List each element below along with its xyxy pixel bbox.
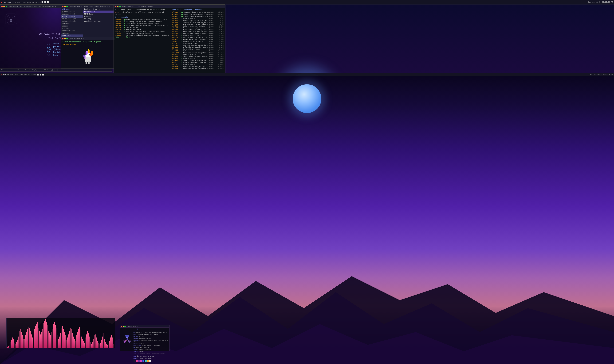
maximize-button[interactable] bbox=[6, 6, 7, 7]
neofetch-maximize[interactable] bbox=[125, 326, 126, 327]
viz-bar bbox=[47, 325, 47, 348]
neofetch-minimize[interactable] bbox=[123, 326, 124, 327]
neofetch-close[interactable] bbox=[121, 326, 122, 327]
commit-time: 6 days bbox=[216, 25, 224, 27]
theme-item-aldhope[interactable]: ald-hope bbox=[61, 8, 83, 11]
table-row: 6c9fee0 • Transitioned to flatpak obs fo… bbox=[172, 60, 224, 62]
viz-bar bbox=[66, 338, 66, 348]
viz-bar bbox=[105, 342, 106, 348]
cursor-indicator: ▋ bbox=[115, 38, 170, 40]
neofetch-packages: Packages: 1583 (nix-system), 2782 (nix-u… bbox=[134, 339, 169, 343]
file-item-readme[interactable]: README.md bbox=[83, 13, 115, 15]
theme-item-twilight[interactable]: twilight bbox=[61, 32, 83, 35]
table-row: TODOs (14)_ bbox=[115, 36, 170, 38]
pokemon-close[interactable] bbox=[62, 38, 63, 39]
theme-item-selenized-dark1[interactable]: selenized-dark bbox=[61, 13, 83, 15]
viz-bar bbox=[88, 333, 89, 348]
bottom-topbar-datetime: Sat 2023-11-04 02:13:20 PM bbox=[590, 74, 613, 76]
file-item-reorg[interactable]: RE-.org bbox=[83, 18, 115, 20]
file-item-bg256[interactable]: background256.txt bbox=[83, 8, 115, 11]
file-item-license[interactable]: LICENSE bbox=[83, 15, 115, 18]
commit-message: Updated system bbox=[183, 64, 209, 65]
minimize-button[interactable] bbox=[3, 6, 5, 7]
viz-bar bbox=[16, 342, 17, 348]
git-recent-commits-label: Recent commits bbox=[115, 16, 170, 18]
topbar-right: Sat 2023-11-04 02:13:20 PM bbox=[586, 1, 614, 3]
viz-bar bbox=[40, 335, 41, 348]
table-row: f70946e • Fix for nix parser on install.… bbox=[172, 33, 224, 35]
commit-message: Trying some new power optimizations! bbox=[183, 56, 209, 58]
commit-hash: 4460f30 bbox=[115, 23, 124, 25]
viz-bar bbox=[33, 335, 33, 348]
commit-author: Emmet bbox=[209, 50, 216, 52]
theme-close-button[interactable] bbox=[62, 6, 63, 7]
table-row: 5af93d2 • Fixes flake not building when … bbox=[172, 20, 224, 21]
bottom-topbar: ▶ Youtube 100%▸ 59% ↑ 10% 100% 18 1% 11%… bbox=[0, 73, 614, 76]
bottom-bg: emmet@snowfire: ~ bbox=[0, 76, 614, 364]
viz-bar bbox=[101, 339, 102, 348]
pokemon-sprite-container bbox=[62, 46, 114, 68]
table-row: 3774c0c • Extra lines to ensure flakes w… bbox=[172, 24, 224, 25]
theme-item-selenized-light1[interactable]: selenized-light bbox=[61, 18, 83, 20]
table-row: 3d37304 • Fixes youtube hyprprofile Emme… bbox=[172, 66, 224, 67]
commit-hash: a265a60 bbox=[172, 27, 181, 29]
commit-time: 8 minutes bbox=[216, 13, 224, 15]
git-title-text: emmet@snowfire: ~/.dotfiles — Emacs bbox=[122, 6, 153, 7]
commit-hash: 8f5c130 bbox=[172, 31, 181, 33]
viz-bar bbox=[44, 321, 45, 348]
qute-statusbar: file:///home/emmet/.browser/Tech/config/… bbox=[0, 68, 112, 71]
viz-bar bbox=[102, 337, 103, 348]
theme-item-gruvbox[interactable]: gruvbox256.txt bbox=[61, 11, 83, 13]
file-item-yaml[interactable]: uwunicorn-yt.yaml bbox=[83, 20, 115, 23]
theme-item-tomorrow[interactable]: tomorrow-night bbox=[61, 30, 83, 32]
pokemon-minimize[interactable] bbox=[64, 38, 66, 39]
viz-bar bbox=[24, 341, 24, 348]
theme-item-uwunicorn[interactable]: uwunicorn bbox=[61, 35, 83, 37]
theme-item-selenized-dark2[interactable]: selenized-dark bbox=[61, 15, 83, 18]
viz-bar bbox=[98, 343, 98, 348]
viz-bar bbox=[31, 335, 32, 348]
git-minimize[interactable] bbox=[117, 6, 118, 7]
git-close[interactable] bbox=[115, 6, 116, 7]
neofetch-gpu: GPU: AMD ATI Radeon RX 6800M bbox=[134, 356, 169, 358]
viz-bar bbox=[84, 343, 84, 348]
close-button[interactable] bbox=[1, 6, 3, 7]
table-row: cefa230 • Updated uwunicorn theme Emmet … bbox=[172, 50, 224, 52]
table-row: 5f973d2 • Testing if auto-cpufreq is sys… bbox=[115, 31, 170, 32]
git-merge-label: Merge: gitea/main Fixed all screenshots … bbox=[115, 12, 170, 15]
commit-time: 1 day bbox=[216, 20, 224, 21]
table-row: 8700c8d • Fixes flake not building when … bbox=[115, 25, 170, 26]
commit-message: Fixes flake not building when flake.nix … bbox=[126, 25, 170, 26]
pokemon-title-text: emmet@snowfire: ~ bbox=[70, 38, 84, 39]
commit-hash: 3d37304 bbox=[172, 66, 181, 67]
table-row: 4f9c8fe ⬤ Ranger dnd optimization + qb f… bbox=[172, 13, 224, 15]
theme-maximize-button[interactable] bbox=[66, 6, 68, 7]
file-item-polarity[interactable]: polarity.txt bbox=[83, 11, 115, 13]
commit-hash: df4eeeb bbox=[172, 48, 181, 50]
viz-bar bbox=[19, 331, 20, 348]
commit-message: Getting rid of some electron pkgs bbox=[183, 37, 209, 39]
theme-item-gtkdark[interactable]: gtk+-dark bbox=[61, 27, 83, 30]
commit-message: 3d printing is cool bbox=[183, 48, 209, 50]
commit-time: 1 week bbox=[216, 46, 224, 48]
top-statusbar: ▶ Youtube 100%▸ 59% ↑ 10% 100% 18 1% 11%… bbox=[0, 0, 614, 4]
theme-item-selenized-light2[interactable]: selenized-light bbox=[61, 20, 83, 23]
neofetch-theme-val: Theme: adw-gtk3 [GTK2/3] bbox=[134, 349, 169, 351]
viz-bar bbox=[55, 325, 56, 348]
theme-item-ubuntu[interactable]: ubuntu bbox=[61, 25, 83, 27]
commit-author: Emmet bbox=[209, 13, 216, 15]
viz-bar bbox=[81, 333, 81, 348]
commit-message: Added magit-todos bbox=[183, 43, 209, 44]
neofetch-uptime: Uptime: 39 hours, 39 mins bbox=[134, 338, 169, 339]
commit-hash: e1c7253 bbox=[172, 46, 181, 48]
pokemon-maximize[interactable] bbox=[66, 38, 68, 39]
table-row: df4eeeb • 3d printing is cool Emmet 1 we… bbox=[172, 48, 224, 50]
viz-bar bbox=[41, 332, 42, 348]
git-maximize[interactable] bbox=[119, 6, 121, 7]
viz-bar bbox=[85, 338, 86, 348]
theme-minimize-button[interactable] bbox=[64, 6, 66, 7]
viz-bar bbox=[67, 338, 68, 348]
commit-author: Emmet bbox=[209, 27, 216, 29]
theme-item-spaceduck[interactable]: spaceduck bbox=[61, 23, 83, 25]
table-row: ef0c58a • Switching back to gh as screen… bbox=[115, 21, 170, 23]
